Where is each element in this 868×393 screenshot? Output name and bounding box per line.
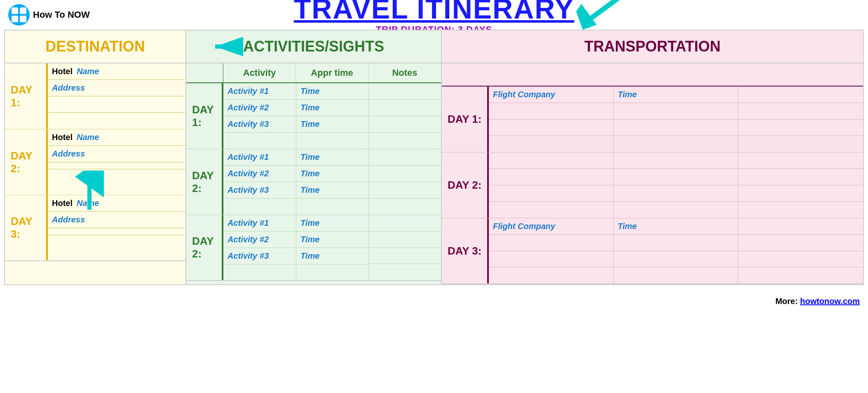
- act-subh-empty: [186, 63, 223, 82]
- section-headers: DESTINATION ACTIVITIES/SIGHTS TRANSPORTA…: [4, 30, 864, 63]
- trans-day2-r4c1[interactable]: [489, 202, 614, 218]
- trans-day3-r3c2[interactable]: [614, 251, 739, 267]
- act-day3-label: DAY 2:: [192, 235, 219, 260]
- act-day1-act3-time[interactable]: Time: [296, 116, 368, 132]
- act-day3-time-extra: [296, 264, 368, 280]
- trans-day1-company[interactable]: Flight Company: [489, 87, 614, 103]
- dest-day3-address: Address: [48, 212, 185, 228]
- trans-day3-r2c3[interactable]: [738, 235, 863, 251]
- act-day3-act3-time[interactable]: Time: [296, 248, 368, 264]
- act-day1-act2-name[interactable]: Activity #2: [223, 100, 296, 116]
- trans-day1-r3c3[interactable]: [738, 119, 863, 136]
- act-day2-note2[interactable]: [369, 166, 441, 182]
- activities-header: ACTIVITIES/SIGHTS: [186, 30, 442, 63]
- act-day1-note1[interactable]: [369, 83, 441, 100]
- act-day3-note-extra: [369, 264, 441, 280]
- trans-day2-r1c1[interactable]: [489, 152, 614, 168]
- act-day3-act2-name[interactable]: Activity #2: [223, 232, 296, 248]
- act-day3-activities: Activity #1 Activity #2 Activity #3: [223, 215, 296, 280]
- trans-day2-r3c3[interactable]: [738, 185, 863, 201]
- trans-day1-r2c2[interactable]: [614, 103, 739, 119]
- footer-link[interactable]: howtonow.com: [800, 297, 860, 306]
- trans-day2-r2c3[interactable]: [738, 169, 863, 185]
- dest-day2-hotel-label: Hotel: [52, 133, 73, 142]
- act-day3-note2[interactable]: [369, 232, 441, 248]
- act-day3-act3-name[interactable]: Activity #3: [223, 248, 296, 264]
- trans-day3-r4c3[interactable]: [738, 267, 863, 283]
- trans-day2-r2c1[interactable]: [489, 169, 614, 185]
- trans-day2-r3c2[interactable]: [614, 185, 739, 201]
- act-day2-note3[interactable]: [369, 182, 441, 198]
- act-day1-activities: Activity #1 Activity #2 Activity #3: [223, 83, 296, 149]
- act-day3-act2-time[interactable]: Time: [296, 232, 368, 248]
- act-day2-act1-time[interactable]: Time: [296, 149, 368, 166]
- activities-arrow-icon: [210, 36, 243, 57]
- dest-day3-address-val[interactable]: Address: [52, 215, 85, 225]
- trans-day1-r4c1[interactable]: [489, 136, 614, 152]
- trans-day1-r3c1[interactable]: [489, 119, 614, 136]
- trans-day1-r2c3[interactable]: [738, 103, 863, 119]
- act-day3-act1-time[interactable]: Time: [296, 215, 368, 232]
- trans-day3-r3c3[interactable]: [738, 251, 863, 267]
- act-day1-act1-time[interactable]: Time: [296, 83, 368, 100]
- act-day2-note1[interactable]: [369, 149, 441, 166]
- act-day1-note2[interactable]: [369, 100, 441, 116]
- trans-day2-r1c3[interactable]: [738, 152, 863, 168]
- trans-day3-r4c1[interactable]: [489, 267, 614, 283]
- trans-day2-r4c3[interactable]: [738, 202, 863, 218]
- footer: More: howtonow.com: [0, 293, 868, 309]
- trans-day3-r2c1[interactable]: [489, 235, 614, 251]
- dest-day2-address-val[interactable]: Address: [52, 149, 85, 159]
- act-day2-act3-time[interactable]: Time: [296, 182, 368, 198]
- act-day1-note3[interactable]: [369, 116, 441, 132]
- trans-day2-r3c1[interactable]: [489, 185, 614, 201]
- header: How To NOW TRAVEL ITINERARY TRIP DURATIO…: [0, 0, 868, 30]
- activities-header-text: ACTIVITIES/SIGHTS: [243, 38, 384, 55]
- trans-day3-time[interactable]: Time: [614, 218, 739, 234]
- act-day1-act3-name[interactable]: Activity #3: [223, 116, 296, 132]
- act-day3-note1[interactable]: [369, 215, 441, 232]
- trans-day3-r4c2[interactable]: [614, 267, 739, 283]
- act-day2-note-extra: [369, 198, 441, 215]
- dest-day1-hotel-name[interactable]: Name: [77, 67, 99, 76]
- act-day2-act3-name[interactable]: Activity #3: [223, 182, 296, 198]
- trans-day3-row2: [489, 235, 863, 251]
- act-day2-act2-name[interactable]: Activity #2: [223, 166, 296, 182]
- dest-day1-info: Hotel Name Address: [46, 63, 185, 129]
- trans-day3-r2c2[interactable]: [614, 235, 739, 251]
- act-day2-activities: Activity #1 Activity #2 Activity #3: [223, 149, 296, 215]
- act-day3-act1-name[interactable]: Activity #1: [223, 215, 296, 232]
- act-day3-note3[interactable]: [369, 248, 441, 264]
- logo-icon: [8, 4, 30, 26]
- act-day2-act2-time[interactable]: Time: [296, 166, 368, 182]
- destination-header: DESTINATION: [5, 30, 186, 63]
- act-subh-activity: Activity: [223, 63, 296, 82]
- trans-day1-r4c2[interactable]: [614, 136, 739, 152]
- svg-rect-2: [20, 7, 26, 14]
- trans-day1-time[interactable]: Time: [614, 87, 739, 103]
- trans-day3-company[interactable]: Flight Company: [489, 218, 614, 234]
- act-day1-extra: [223, 132, 296, 149]
- dest-day1-address-val[interactable]: Address: [52, 83, 85, 93]
- trans-day2-r1c2[interactable]: [614, 152, 739, 168]
- trans-day1-r4c3[interactable]: [738, 136, 863, 152]
- act-day3-label-col: DAY 2:: [186, 215, 223, 280]
- act-day1-act1-name[interactable]: Activity #1: [223, 83, 296, 100]
- trans-day2-r4c2[interactable]: [614, 202, 739, 218]
- trans-day2-r2c2[interactable]: [614, 169, 739, 185]
- dest-day3-label: DAY 3:: [11, 215, 44, 241]
- trans-day3-info: Flight Company Time: [487, 218, 863, 283]
- dest-day2-hotel-name[interactable]: Name: [77, 133, 99, 142]
- trans-day2-row2: [489, 169, 863, 185]
- dest-day1-extra2: [48, 113, 185, 129]
- act-day1-act2-time[interactable]: Time: [296, 100, 368, 116]
- svg-rect-4: [20, 16, 26, 22]
- trans-day1-r2c1[interactable]: [489, 103, 614, 119]
- trans-day1-r3c2[interactable]: [614, 119, 739, 136]
- act-day2-act1-name[interactable]: Activity #1: [223, 149, 296, 166]
- svg-rect-3: [12, 16, 18, 22]
- trans-day1-row4: [489, 136, 863, 152]
- dest-day1: DAY 1: Hotel Name Address: [5, 63, 185, 129]
- trans-day3-r3c1[interactable]: [489, 251, 614, 267]
- act-day2-label: DAY 2:: [192, 169, 219, 195]
